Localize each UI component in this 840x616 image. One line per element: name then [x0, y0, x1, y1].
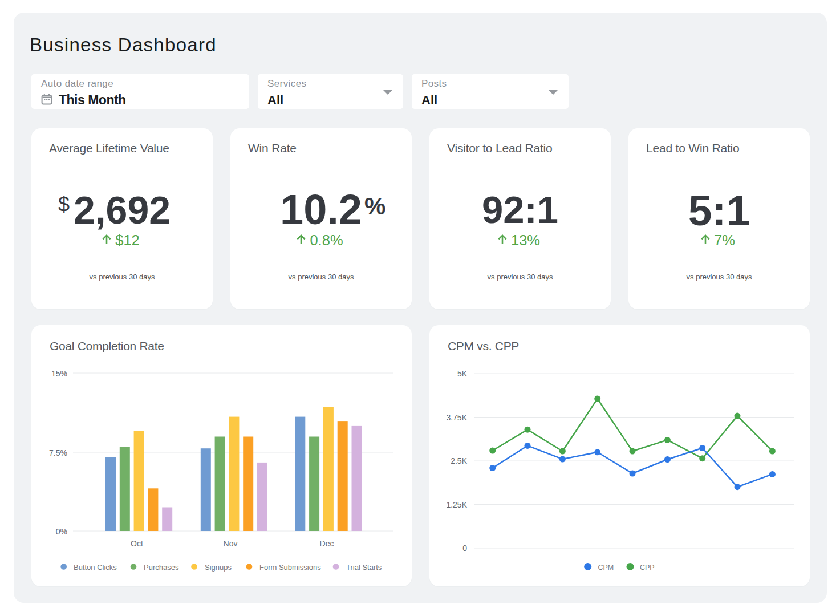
svg-text:Button Clicks: Button Clicks — [74, 563, 117, 572]
svg-text:Dec: Dec — [320, 539, 334, 548]
svg-text:Purchases: Purchases — [144, 563, 179, 572]
svg-text:7.5%: 7.5% — [49, 448, 67, 457]
svg-text:15%: 15% — [51, 369, 67, 378]
svg-text:2.5K: 2.5K — [451, 456, 467, 465]
svg-text:Oct: Oct — [131, 539, 143, 548]
svg-text:Trial Starts: Trial Starts — [346, 563, 382, 572]
svg-text:Signups: Signups — [205, 563, 232, 572]
svg-text:5K: 5K — [457, 369, 468, 378]
svg-text:0%: 0% — [56, 527, 67, 536]
svg-text:3.75K: 3.75K — [446, 413, 467, 422]
svg-text:CPM: CPM — [598, 564, 614, 572]
svg-text:Nov: Nov — [224, 539, 238, 548]
svg-text:Form Submissions: Form Submissions — [259, 563, 321, 572]
svg-text:0: 0 — [462, 544, 467, 553]
svg-text:1.25K: 1.25K — [446, 500, 467, 509]
svg-text:CPP: CPP — [640, 564, 655, 572]
